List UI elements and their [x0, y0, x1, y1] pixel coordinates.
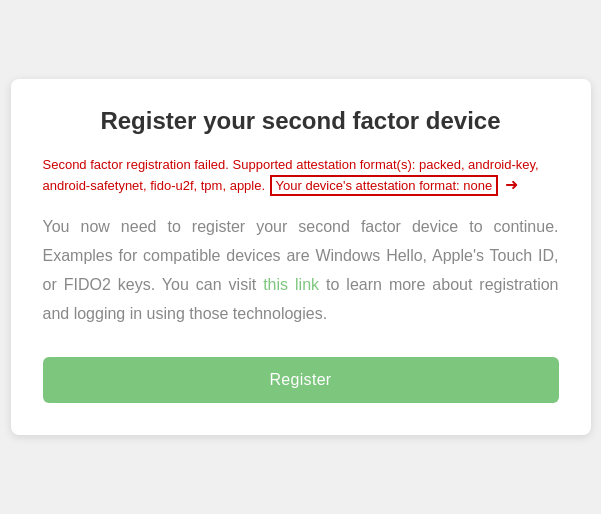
- arrow-indicator: ➜: [500, 176, 517, 193]
- page-title: Register your second factor device: [43, 107, 559, 135]
- register-button[interactable]: Register: [43, 357, 559, 403]
- this-link[interactable]: this link: [263, 276, 319, 293]
- body-paragraph: You now need to register your second fac…: [43, 213, 559, 328]
- device-format-box: Your device's attestation format: none: [270, 175, 499, 196]
- error-section: Second factor registration failed. Suppo…: [43, 155, 559, 195]
- register-card: Register your second factor device Secon…: [11, 79, 591, 434]
